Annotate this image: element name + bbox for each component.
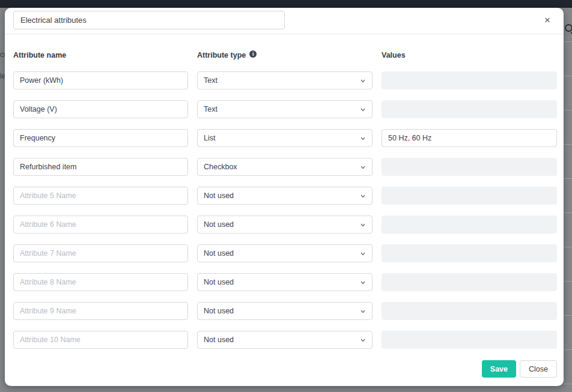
attribute-type-select[interactable]: Not used <box>197 302 373 320</box>
attribute-values-input-disabled <box>382 273 557 291</box>
attribute-set-title-input[interactable] <box>13 11 285 29</box>
modal-footer: Save Close <box>5 360 564 386</box>
select-value: Checkbox <box>204 163 237 171</box>
dimmed-page-left: cr le <box>0 8 5 392</box>
select-value: Not used <box>204 278 234 286</box>
select-value: Text <box>204 76 218 85</box>
attribute-name-input[interactable] <box>13 100 188 118</box>
close-button[interactable]: Close <box>520 360 557 378</box>
attribute-type-select[interactable]: Not used <box>197 216 373 234</box>
chevron-down-icon <box>361 339 365 342</box>
column-headers: Attribute name Attribute type i Values <box>13 51 557 59</box>
chevron-down-icon <box>361 310 365 313</box>
attribute-values-input-disabled <box>382 216 557 234</box>
modal-header: × <box>5 8 564 34</box>
attribute-name-header: Attribute name <box>13 51 188 59</box>
values-header: Values <box>382 51 557 59</box>
info-icon[interactable]: i <box>249 50 257 58</box>
attribute-type-select[interactable]: Not used <box>197 244 373 262</box>
chevron-down-icon <box>361 252 365 256</box>
select-value: Not used <box>204 336 234 344</box>
attribute-type-select[interactable]: Text <box>197 100 373 118</box>
select-value: Not used <box>204 307 234 315</box>
attribute-values-input-disabled <box>382 158 557 176</box>
attributes-modal: × Attribute name Attribute type i Values… <box>5 8 564 386</box>
attribute-rows: Text Text List Checkbox <box>13 71 557 349</box>
chevron-down-icon <box>361 137 365 140</box>
chevron-down-icon <box>361 194 365 198</box>
attribute-values-input-disabled <box>382 244 557 262</box>
attribute-name-input[interactable] <box>13 71 188 89</box>
attribute-name-input[interactable] <box>13 331 188 349</box>
select-value: Not used <box>204 191 234 200</box>
attribute-type-select[interactable]: Text <box>197 71 373 89</box>
attribute-type-select[interactable]: Checkbox <box>197 158 373 176</box>
attribute-values-input-disabled <box>382 187 557 205</box>
attribute-type-select[interactable]: Not used <box>197 331 373 349</box>
attribute-values-input[interactable] <box>382 129 557 147</box>
chevron-down-icon <box>361 281 365 285</box>
save-button[interactable]: Save <box>482 360 516 378</box>
attribute-values-input-disabled <box>382 302 557 320</box>
close-icon[interactable]: × <box>541 14 554 27</box>
attribute-type-select[interactable]: List <box>197 129 373 147</box>
attribute-type-select[interactable]: Not used <box>197 187 373 205</box>
attribute-name-input[interactable] <box>13 158 188 176</box>
attribute-name-input[interactable] <box>13 244 188 262</box>
select-value: List <box>204 134 215 142</box>
search-icon <box>565 24 572 32</box>
select-value: Not used <box>204 249 234 258</box>
chevron-down-icon <box>361 223 365 227</box>
attribute-name-input[interactable] <box>13 216 188 234</box>
select-value: Text <box>204 105 218 113</box>
dimmed-text-fragment: le <box>0 72 5 80</box>
select-value: Not used <box>204 220 234 229</box>
attribute-values-input-disabled <box>382 71 557 89</box>
app-top-bar <box>0 0 572 8</box>
dimmed-page-right <box>564 8 572 392</box>
attribute-type-header: Attribute type i <box>197 51 373 59</box>
attribute-name-input[interactable] <box>13 302 188 320</box>
attribute-values-input-disabled <box>382 331 557 349</box>
modal-body: Attribute name Attribute type i Values T… <box>5 34 564 351</box>
chevron-down-icon <box>361 166 365 169</box>
attribute-name-input[interactable] <box>13 273 188 291</box>
attribute-type-select[interactable]: Not used <box>197 273 373 291</box>
attribute-name-input[interactable] <box>13 129 188 147</box>
attribute-name-input[interactable] <box>13 187 188 205</box>
chevron-down-icon <box>361 108 365 112</box>
dimmed-text-fragment: cr <box>0 50 5 59</box>
attribute-values-input-disabled <box>382 100 557 118</box>
chevron-down-icon <box>361 79 365 83</box>
